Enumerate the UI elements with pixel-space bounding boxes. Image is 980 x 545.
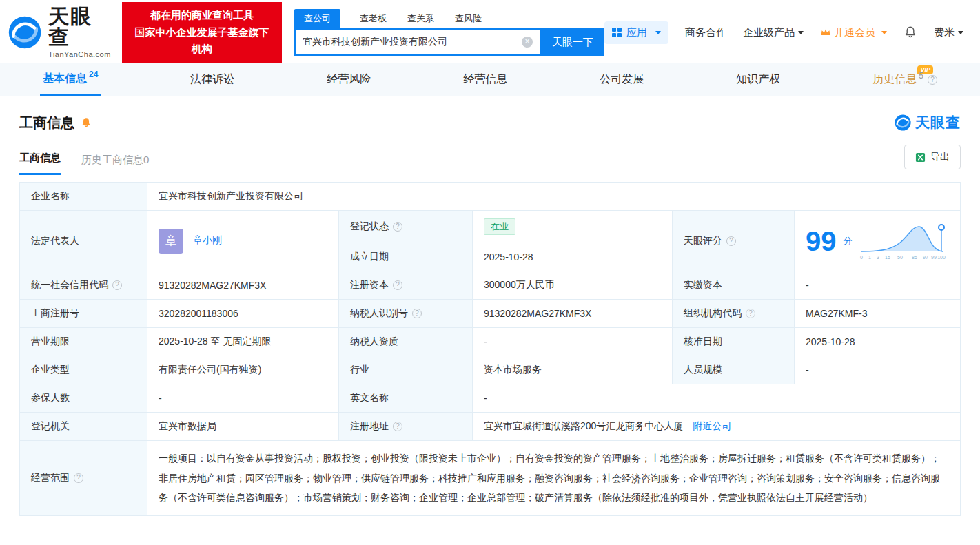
tab-history-info[interactable]: VIP 历史信息 5 <box>870 63 940 96</box>
legal-rep-avatar[interactable]: 章 <box>159 229 183 254</box>
company-section-tabs: 基本信息 24 法律诉讼 经营风险 经营信息 公司发展 知识产权 VIP 历史信… <box>0 63 980 96</box>
header: 天眼查 TianYanCha.com 都在用的商业查询工具 国家中小企业发展子基… <box>0 0 980 63</box>
field-label-est-date: 成立日期 <box>339 243 473 271</box>
field-label-approval-date: 核准日期 <box>673 328 795 356</box>
search-input-wrap <box>294 28 541 56</box>
search-tab-risk[interactable]: 查风险 <box>453 9 483 28</box>
field-label-industry: 行业 <box>339 356 473 384</box>
tab-intellectual-property[interactable]: 知识产权 <box>733 63 783 96</box>
field-value-org-code: MAG27KMF-3 <box>795 300 961 328</box>
business-info-table: 企业名称 宜兴市科技创新产业投资有限公司 法定代表人 章 章小刚 登记状态 在业… <box>19 182 961 516</box>
table-row: 参保人数 - 英文名称 - <box>20 384 961 413</box>
nav-cooperation[interactable]: 商务合作 <box>685 26 726 39</box>
subtab-business-info[interactable]: 工商信息 <box>19 152 61 175</box>
score-unit: 分 <box>844 235 853 247</box>
main-content: 工商信息 天眼查 工商信息 历史工商信息0 <box>0 113 980 516</box>
help-icon[interactable] <box>412 309 422 318</box>
table-row: 企业名称 宜兴市科技创新产业投资有限公司 <box>20 183 961 211</box>
field-value-staff-size: - <box>795 356 961 384</box>
score-distribution-chart: 0 1 3 15 50 85 97 99 100 <box>859 221 946 261</box>
search-tabs: 查公司 查老板 查关系 查风险 <box>294 9 604 28</box>
field-value-company-name: 宜兴市科技创新产业投资有限公司 <box>147 183 961 211</box>
chevron-down-icon <box>881 31 887 34</box>
help-icon[interactable] <box>928 75 937 85</box>
export-label: 导出 <box>930 151 950 163</box>
field-value-industry: 资本市场服务 <box>473 356 673 384</box>
field-label-term: 营业期限 <box>20 328 147 356</box>
brand-name: 天眼查 <box>48 6 112 48</box>
search-area: 查公司 查老板 查关系 查风险 天眼一下 <box>294 9 604 56</box>
chevron-down-icon <box>958 31 963 34</box>
field-value-reg-capital: 300000万人民币 <box>473 271 673 300</box>
tab-label: 法律诉讼 <box>190 72 234 87</box>
tab-company-development[interactable]: 公司发展 <box>597 63 646 96</box>
tab-operating-risk[interactable]: 经营风险 <box>324 63 374 96</box>
nav-enterprise[interactable]: 企业级产品 <box>743 26 804 39</box>
field-label-reg-status: 登记状态 <box>339 211 473 243</box>
help-icon[interactable] <box>746 309 755 318</box>
field-value-est-date: 2025-10-28 <box>473 243 673 271</box>
top-nav: 应用 商务合作 企业级产品 开通会员 <box>604 21 963 44</box>
excel-icon <box>915 152 926 163</box>
help-icon[interactable] <box>393 280 402 290</box>
tab-label: 历史信息 <box>872 72 917 87</box>
help-icon[interactable] <box>112 280 122 290</box>
tianyancha-watermark: 天眼查 <box>894 113 961 132</box>
search-tab-relation[interactable]: 查关系 <box>406 9 436 28</box>
field-label-insured: 参保人数 <box>20 384 147 413</box>
tab-label: 知识产权 <box>736 72 780 87</box>
subscribe-bell-icon[interactable] <box>80 116 92 129</box>
tab-label: 基本信息 <box>43 72 87 86</box>
field-value-term: 2025-10-28 至 无固定期限 <box>147 328 339 356</box>
nav-open-vip[interactable]: 开通会员 <box>820 26 887 39</box>
search-tab-boss[interactable]: 查老板 <box>358 9 388 28</box>
chevron-down-icon <box>798 31 804 34</box>
bell-icon <box>80 116 92 129</box>
field-value-credit-code: 91320282MAG27KMF3X <box>147 271 339 300</box>
promo-banner: 都在用的商业查询工具 国家中小企业发展子基金旗下机构 <box>122 2 282 63</box>
field-label-taxpayer-quality: 纳税人资质 <box>339 328 473 356</box>
field-value-score: 99 分 0 1 3 15 50 <box>795 211 961 271</box>
tab-label: 经营信息 <box>463 72 507 87</box>
user-name: 费米 <box>934 26 955 39</box>
field-value-english-name: - <box>473 384 961 413</box>
user-menu[interactable]: 费米 <box>934 26 963 39</box>
field-value-insured: - <box>147 384 339 413</box>
field-value-address: 宜兴市宜城街道洑溪路200号汇龙商务中心大厦 附近公司 <box>473 413 961 441</box>
field-value-taxpayer-quality: - <box>473 328 673 356</box>
table-row: 法定代表人 章 章小刚 登记状态 在业 天眼评分 99 分 <box>20 211 961 243</box>
help-icon[interactable] <box>393 222 402 232</box>
table-row: 登记机关 宜兴市数据局 注册地址 宜兴市宜城街道洑溪路200号汇龙商务中心大厦 … <box>20 413 961 441</box>
section-head: 工商信息 天眼查 <box>19 113 961 132</box>
nearby-companies-link[interactable]: 附近公司 <box>693 420 731 431</box>
tab-legal-proceedings[interactable]: 法律诉讼 <box>187 63 237 96</box>
apps-button[interactable]: 应用 <box>604 21 668 44</box>
svg-text:97: 97 <box>923 255 928 260</box>
help-icon[interactable] <box>393 422 402 431</box>
help-icon[interactable] <box>726 236 736 246</box>
field-label-company-name: 企业名称 <box>20 183 147 211</box>
tab-operating-info[interactable]: 经营信息 <box>460 63 510 96</box>
tianyancha-logo[interactable]: 天眼查 TianYanCha.com <box>7 6 112 59</box>
search-input[interactable] <box>303 37 522 48</box>
search-tab-company[interactable]: 查公司 <box>294 9 340 28</box>
apps-grid-icon <box>612 28 622 37</box>
notification-bell-icon[interactable] <box>904 25 917 39</box>
subtab-history-business-info[interactable]: 历史工商信息0 <box>81 154 149 175</box>
search-button[interactable]: 天眼一下 <box>541 28 604 56</box>
field-label-reg-no: 工商注册号 <box>20 300 147 328</box>
table-row: 营业期限 2025-10-28 至 无固定期限 纳税人资质 - 核准日期 202… <box>20 328 961 356</box>
subtabs: 工商信息 历史工商信息0 导出 <box>19 145 961 175</box>
field-label-staff-size: 人员规模 <box>673 356 795 384</box>
table-row: 工商注册号 320282001183006 纳税人识别号 91320282MAG… <box>20 300 961 328</box>
help-icon[interactable] <box>74 473 83 483</box>
logo-text: 天眼查 TianYanCha.com <box>48 6 112 59</box>
score-wrap: 99 分 0 1 3 15 50 <box>806 221 949 261</box>
tab-basic-info[interactable]: 基本信息 24 <box>40 63 101 96</box>
export-button[interactable]: 导出 <box>904 145 961 169</box>
clear-icon[interactable] <box>522 37 533 48</box>
field-label-paid-capital: 实缴资本 <box>673 271 795 300</box>
apps-label: 应用 <box>626 26 647 39</box>
svg-text:100: 100 <box>937 255 946 260</box>
legal-rep-link[interactable]: 章小刚 <box>193 234 222 245</box>
